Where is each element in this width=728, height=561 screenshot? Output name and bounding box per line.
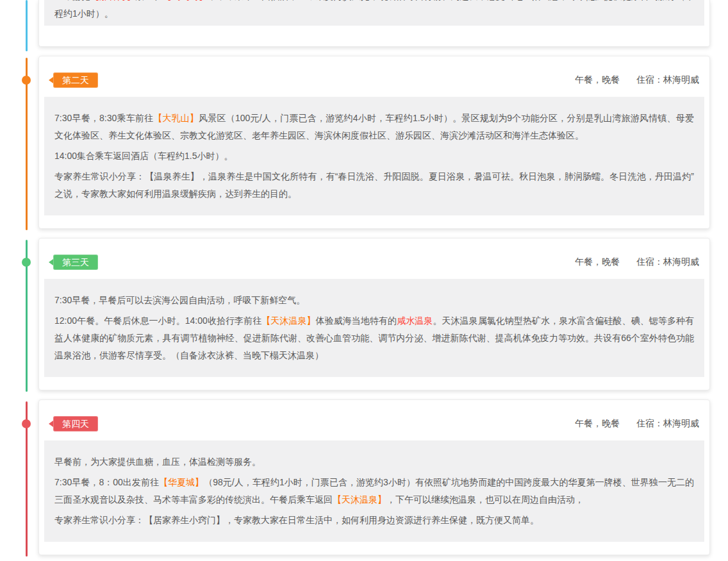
day-meta: 午餐，晚餐 住宿：林海明威	[575, 74, 699, 86]
day-list: 第二天 午餐，晚餐 住宿：林海明威 7:30早餐，8:30乘车前往【大乳山】风景…	[0, 56, 728, 555]
day-card: 第二天 午餐，晚餐 住宿：林海明威 7:30早餐，8:30乘车前往【大乳山】风景…	[38, 56, 710, 229]
itinerary-panel: 上午游览【那香海】景区、【鸡鸣岛】，下午乘车返回酒店，途中欣赏海滨风光，晚餐后可…	[44, 0, 704, 26]
itinerary-paragraph: 7:30早餐，8:30乘车前往【大乳山】风景区（100元/人，门票已含，游览约4…	[54, 110, 694, 144]
meals-text: 午餐，晚餐	[575, 256, 620, 267]
day-section: 第四天 午餐，晚餐 住宿：林海明威 早餐前，为大家提供血糖，血压，体温检测等服务…	[0, 399, 728, 555]
clipped-line: 上午游览【那香海】景区、【鸡鸣岛】，下午乘车返回酒店，途中欣赏海滨风光，晚餐后可…	[54, 0, 694, 22]
highlight-text: 咸水温泉	[397, 315, 433, 326]
itinerary-panel: 早餐前，为大家提供血糖，血压，体温检测等服务。7:30早餐，8：00出发前往【华…	[44, 440, 704, 542]
text-segment: 体验威海当地特有的	[316, 315, 397, 326]
itinerary-paragraph: 专家养生常识小分享：【居家养生小窍门】，专家教大家在日常生活中，如何利用身边资源…	[54, 512, 694, 529]
itinerary-page: 上午游览【那香海】景区、【鸡鸣岛】，下午乘车返回酒店，途中欣赏海滨风光，晚餐后可…	[0, 0, 728, 561]
lodging-text: 住宿：林海明威	[636, 418, 699, 428]
timeline-dot	[22, 258, 31, 267]
timeline-line	[26, 0, 28, 51]
highlight-text: 【那香海】	[90, 0, 135, 1]
text-segment: 14:00集合乘车返回酒店（车程约1.5小时）。	[54, 151, 233, 161]
highlight-text: 【鸡鸣岛】	[163, 0, 208, 1]
text-segment: 景区、	[136, 0, 163, 1]
text-segment: 专家养生常识小分享：【居家养生小窍门】，专家教大家在日常生活中，如何利用身边资源…	[54, 515, 539, 525]
highlight-text: 【华夏城】	[159, 477, 204, 487]
text-segment: 7:30早餐，8：00出发前往	[54, 477, 159, 487]
day-meta: 午餐，晚餐 住宿：林海明威	[575, 418, 699, 430]
day-section: 第三天 午餐，晚餐 住宿：林海明威 7:30早餐，早餐后可以去滨海公园自由活动，…	[0, 238, 728, 390]
itinerary-paragraph: 7:30早餐，8：00出发前往【华夏城】（98元/人，车程约1小时，门票已含，游…	[54, 474, 694, 508]
day-badge: 第三天	[53, 255, 98, 270]
day-section-partial: 上午游览【那香海】景区、【鸡鸣岛】，下午乘车返回酒店，途中欣赏海滨风光，晚餐后可…	[0, 0, 728, 47]
day-card-header: 第四天 午餐，晚餐 住宿：林海明威	[39, 400, 709, 440]
itinerary-paragraph: 专家养生常识小分享：【温泉养生】，温泉养生是中国文化所特有，有“春日洗浴、升阳固…	[54, 168, 694, 203]
day-card-header: 第二天 午餐，晚餐 住宿：林海明威	[39, 56, 709, 97]
text-segment: ，下午乘车返回酒店，途中欣赏海滨风光，晚餐后可自行前往周边夜市感受当地生活气息，…	[54, 0, 694, 19]
day-section: 第二天 午餐，晚餐 住宿：林海明威 7:30早餐，8:30乘车前往【大乳山】风景…	[0, 56, 728, 229]
text-segment: 专家养生常识小分享：【温泉养生】，温泉养生是中国文化所特有，有“春日洗浴、升阳固…	[54, 171, 694, 199]
highlight-text: 【天沐温泉】	[261, 315, 315, 326]
itinerary-paragraph: 7:30早餐，早餐后可以去滨海公园自由活动，呼吸下新鲜空气。	[54, 292, 694, 309]
itinerary-panel: 7:30早餐，8:30乘车前往【大乳山】风景区（100元/人，门票已含，游览约4…	[44, 97, 704, 215]
day-meta: 午餐，晚餐 住宿：林海明威	[575, 256, 699, 268]
text-segment: 7:30早餐，8:30乘车前往	[54, 113, 153, 123]
day-badge: 第二天	[53, 72, 98, 88]
text-segment: 12:00午餐。午餐后休息一小时。14:00收拾行李前往	[54, 315, 261, 326]
itinerary-paragraph: 14:00集合乘车返回酒店（车程约1.5小时）。	[54, 147, 694, 165]
text-segment: ，下午可以继续泡温泉，也可以在周边自由活动，	[386, 494, 584, 505]
itinerary-paragraph: 早餐前，为大家提供血糖，血压，体温检测等服务。	[54, 453, 694, 471]
text-segment: 早餐前，为大家提供血糖，血压，体温检测等服务。	[54, 456, 261, 467]
timeline-dot	[22, 419, 31, 428]
text-segment: 上午游览	[54, 0, 90, 1]
itinerary-paragraph: 12:00午餐。午餐后休息一小时。14:00收拾行李前往【天沐温泉】体验威海当地…	[54, 312, 694, 364]
lodging-text: 住宿：林海明威	[636, 256, 699, 267]
lodging-text: 住宿：林海明威	[636, 74, 699, 85]
meals-text: 午餐，晚餐	[575, 418, 620, 428]
highlight-text: 【大乳山】	[153, 113, 199, 123]
day-card: 上午游览【那香海】景区、【鸡鸣岛】，下午乘车返回酒店，途中欣赏海滨风光，晚餐后可…	[38, 0, 710, 47]
text-segment: 7:30早餐，早餐后可以去滨海公园自由活动，呼吸下新鲜空气。	[54, 295, 305, 305]
day-card-header: 第三天 午餐，晚餐 住宿：林海明威	[39, 239, 709, 279]
timeline-dot	[22, 76, 31, 85]
day-card: 第四天 午餐，晚餐 住宿：林海明威 早餐前，为大家提供血糖，血压，体温检测等服务…	[38, 399, 710, 555]
highlight-text: 【天沐温泉】	[333, 494, 386, 505]
day-card: 第三天 午餐，晚餐 住宿：林海明威 7:30早餐，早餐后可以去滨海公园自由活动，…	[38, 238, 710, 390]
itinerary-panel: 7:30早餐，早餐后可以去滨海公园自由活动，呼吸下新鲜空气。12:00午餐。午餐…	[44, 279, 704, 377]
meals-text: 午餐，晚餐	[575, 74, 620, 85]
day-badge: 第四天	[53, 416, 98, 431]
